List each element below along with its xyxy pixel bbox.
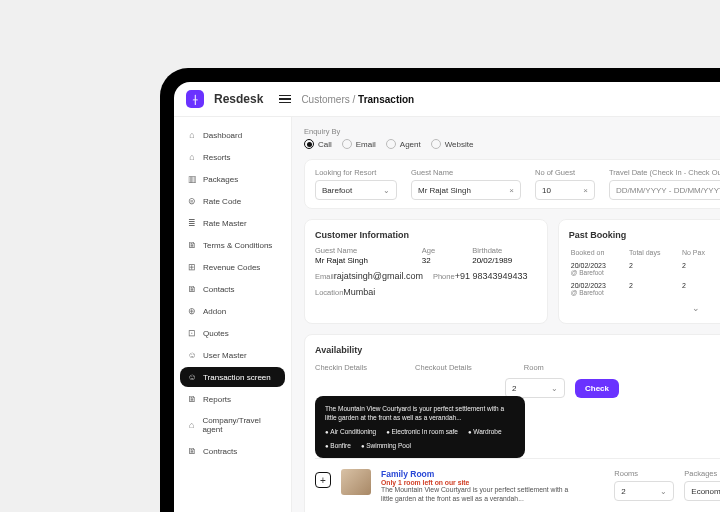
sidebar-item-company-travel-agent[interactable]: ⌂Company/Travel agent [180,411,285,439]
table-row: 20/02/2023@ Barefoot2276000 INR◉ [569,279,720,299]
resort-label: Looking for Resort [315,168,397,177]
main-content: Enquiry By CallEmailAgentWebsite Account… [292,117,720,512]
app-logo-icon: ⟊ [186,90,204,108]
sidebar-item-user-master[interactable]: ☺User Master [180,345,285,365]
clear-icon[interactable]: × [583,186,588,195]
topbar: ⟊ Resdesk Customers / Transaction ⌕ [174,82,720,117]
checkin-header: Checkin Details [315,363,367,372]
table-row: 20/02/2023@ Barefoot2248000 INR◉ [569,259,720,279]
checkout-header: Checkout Details [415,363,472,372]
package-select[interactable]: Economy⌄ [684,481,720,501]
nav-icon: 🗎 [187,284,197,294]
breadcrumb-parent[interactable]: Customers [301,94,349,105]
guest-label: Guest Name [411,168,521,177]
customer-location: Mumbai [343,287,375,297]
enquiry-radio-call[interactable]: Call [304,139,332,149]
customer-info-title: Customer Information [315,230,537,240]
guest-count-label: No of Guest [535,168,595,177]
nav-icon: ⊡ [187,328,197,338]
radio-icon [386,139,396,149]
nav-icon: 🗎 [187,240,197,250]
rooms-stepper[interactable]: 2⌄ [614,481,674,501]
sidebar-item-contacts[interactable]: 🗎Contacts [180,279,285,299]
room-card-family: + Family Room Only 1 room left on our si… [315,458,720,504]
sidebar-item-revenue-codes[interactable]: ⊞Revenue Codes [180,257,285,277]
availability-title: Availability [315,345,720,355]
room-count-select[interactable]: 2⌄ [505,378,565,398]
breadcrumb: Customers / Transaction [301,94,414,105]
feature-item: Swimming Pool [361,441,411,450]
sidebar-item-packages[interactable]: ▥Packages [180,169,285,189]
feature-item: Bonfire [325,441,351,450]
nav-icon: ⊞ [187,262,197,272]
past-booking-table: Booked onTotal daysNo PaxInvoice ValueAc… [569,246,720,299]
sidebar: ⌂Dashboard⌂Resorts▥Packages⊜Rate Code≣Ra… [174,117,292,512]
nav-icon: ≣ [187,218,197,228]
add-room-button[interactable]: + [315,472,331,488]
enquiry-radio-email[interactable]: Email [342,139,376,149]
brand-name: Resdesk [214,92,263,106]
customer-email: rajatsingh@gmail.com [334,271,423,281]
travel-date-label: Travel Date (Check In - Check Out) [609,168,720,177]
guest-name-input[interactable]: Mr Rajat Singh× [411,180,521,200]
chevron-down-icon: ⌄ [551,384,558,393]
enquiry-label: Enquiry By [304,127,473,136]
nav-icon: ☺ [187,350,197,360]
check-button[interactable]: Check [575,379,619,398]
sidebar-item-resorts[interactable]: ⌂Resorts [180,147,285,167]
nav-icon: ☺ [187,372,197,382]
enquiry-radio-agent[interactable]: Agent [386,139,421,149]
feature-item: Air Conditioning [325,427,376,436]
breadcrumb-current: Transaction [358,94,414,105]
feature-item: Wardrobe [468,427,502,436]
nav-icon: ⌂ [187,152,197,162]
nav-icon: ⌂ [187,130,197,140]
room-name[interactable]: Family Room [381,469,604,479]
resort-select[interactable]: Barefoot⌄ [315,180,397,200]
room-scarcity: Only 1 room left on our site [381,479,604,486]
radio-icon [342,139,352,149]
clear-icon[interactable]: × [509,186,514,195]
menu-toggle-icon[interactable] [279,95,291,104]
sidebar-item-reports[interactable]: 🗎Reports [180,389,285,409]
room-desc: The Mountain View Courtyard is your perf… [381,486,571,504]
nav-icon: 🗎 [187,394,197,404]
chevron-down-icon: ⌄ [660,487,667,496]
room-thumbnail [341,469,371,495]
travel-date-input[interactable]: DD/MM/YYYY - DD/MM/YYYY▢ [609,180,720,200]
guest-count-input[interactable]: 10× [535,180,595,200]
nav-icon: ⌂ [187,420,196,430]
sidebar-item-rate-master[interactable]: ≣Rate Master [180,213,285,233]
past-booking-title: Past Booking [569,230,720,240]
sidebar-item-contracts[interactable]: 🗎Contracts [180,441,285,461]
customer-birthdate: 20/02/1989 [472,256,512,265]
sidebar-item-transaction-screen[interactable]: ☺Transaction screen [180,367,285,387]
device-frame: ⟊ Resdesk Customers / Transaction ⌕ ⌂Das… [160,68,720,512]
sidebar-item-quotes[interactable]: ⊡Quotes [180,323,285,343]
past-booking-card: Past Booking Booked onTotal daysNo PaxIn… [558,219,720,324]
customer-info-card: Customer Information Guest NameMr Rajat … [304,219,548,324]
enquiry-row: Enquiry By CallEmailAgentWebsite Account… [304,127,720,149]
nav-icon: 🗎 [187,446,197,456]
feature-item: Electronic In room safe [386,427,458,436]
customer-name: Mr Rajat Singh [315,256,368,265]
app-screen: ⟊ Resdesk Customers / Transaction ⌕ ⌂Das… [174,82,720,512]
customer-age: 32 [422,256,431,265]
sidebar-item-rate-code[interactable]: ⊜Rate Code [180,191,285,211]
nav-icon: ▥ [187,174,197,184]
enquiry-radio-website[interactable]: Website [431,139,474,149]
radio-icon [431,139,441,149]
room-tooltip: The Mountain View Courtyard is your perf… [315,396,525,458]
tooltip-desc: The Mountain View Courtyard is your perf… [325,404,515,422]
sidebar-item-dashboard[interactable]: ⌂Dashboard [180,125,285,145]
sidebar-item-terms-conditions[interactable]: 🗎Terms & Conditions [180,235,285,255]
chevron-down-icon: ⌄ [383,186,390,195]
expand-icon[interactable]: ⌄ [569,299,720,313]
customer-phone: +91 98343949433 [455,271,528,281]
radio-icon [304,139,314,149]
sidebar-item-addon[interactable]: ⊕Addon [180,301,285,321]
room-header: Room [524,363,544,372]
nav-icon: ⊕ [187,306,197,316]
availability-card: Availability Checkin Details Checkout De… [304,334,720,512]
filter-bar: Looking for Resort Barefoot⌄ Guest Name … [304,159,720,209]
